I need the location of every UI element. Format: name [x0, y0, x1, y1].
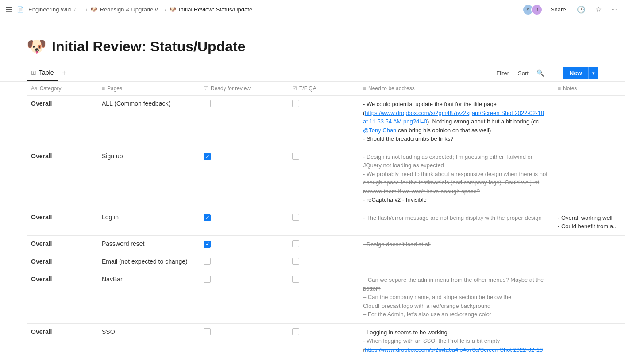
- cell-review[interactable]: [199, 148, 288, 209]
- breadcrumb-wiki[interactable]: Engineering Wiki: [28, 6, 72, 13]
- cell-category: Overall: [27, 148, 97, 209]
- cell-review[interactable]: [199, 235, 288, 253]
- col-header-notes: ≡ Notes: [553, 82, 625, 96]
- page-title-row: 🐶 Initial Review: Status/Update: [27, 37, 598, 56]
- cell-review[interactable]: [199, 96, 288, 148]
- topbar-right: A B Share 🕐 ☆ ···: [522, 4, 620, 15]
- cell-pages: ALL (Common feedback): [97, 96, 199, 148]
- hamburger-icon[interactable]: ☰: [5, 5, 12, 15]
- pages-text: Password reset: [102, 240, 144, 247]
- qa-checkbox[interactable]: [292, 153, 299, 160]
- cell-pages: Sign up: [97, 148, 199, 209]
- col-label-notes: Notes: [563, 85, 577, 92]
- share-button[interactable]: Share: [547, 4, 570, 15]
- table-row: Overall Log in - The flash/error message…: [27, 209, 625, 235]
- review-checkbox[interactable]: [204, 153, 211, 160]
- col-header-category: Aa Category: [27, 82, 97, 96]
- cell-pages: Password reset: [97, 235, 199, 253]
- qa-checkbox[interactable]: [292, 240, 299, 247]
- cell-need: - Design is not loading as expected; I'm…: [359, 148, 553, 209]
- qa-checkbox[interactable]: [292, 100, 299, 107]
- col-header-pages: ≡ Pages: [97, 82, 199, 96]
- cell-qa[interactable]: [288, 209, 359, 235]
- need-text: - Logging in seems to be working- When l…: [363, 328, 549, 353]
- toolbar: ⊞ Table + Filter Sort 🔍 ··· New ▾: [0, 65, 625, 82]
- cell-notes: [553, 271, 625, 324]
- cell-pages: Email (not expected to change): [97, 253, 199, 271]
- col-label-need: Need to be address: [368, 85, 415, 92]
- cell-qa[interactable]: [288, 253, 359, 271]
- cell-review[interactable]: [199, 253, 288, 271]
- qa-checkbox[interactable]: [292, 328, 299, 335]
- cell-review[interactable]: [199, 271, 288, 324]
- toolbar-left: ⊞ Table +: [27, 65, 68, 81]
- cell-qa[interactable]: [288, 323, 359, 352]
- table-row: Overall Email (not expected to change): [27, 253, 625, 271]
- cell-need: - Design doesn't load at all: [359, 235, 553, 253]
- tab-table-label: Table: [39, 69, 54, 76]
- favorite-button[interactable]: ☆: [593, 4, 604, 15]
- qa-checkbox[interactable]: [292, 276, 299, 283]
- cell-category: Overall: [27, 209, 97, 235]
- cell-notes: [553, 96, 625, 148]
- cell-qa[interactable]: [288, 96, 359, 148]
- cell-review[interactable]: [199, 323, 288, 352]
- table-row: Overall Password reset - Design doesn't …: [27, 235, 625, 253]
- main-table: Aa Category ≡ Pages ☑ Ready for review: [27, 82, 625, 352]
- review-checkbox[interactable]: [204, 100, 211, 107]
- review-checkbox[interactable]: [204, 328, 211, 335]
- qa-checkbox[interactable]: [292, 258, 299, 265]
- cell-category: Overall: [27, 235, 97, 253]
- pages-text: Email (not expected to change): [102, 258, 188, 265]
- more-button[interactable]: ···: [609, 4, 620, 15]
- need-text: - The flash/error message are not being …: [363, 214, 549, 222]
- breadcrumb-dots[interactable]: ...: [78, 6, 83, 13]
- pages-text: NavBar: [102, 276, 123, 283]
- new-button-group: New ▾: [563, 67, 598, 79]
- category-text: Overall: [31, 100, 52, 107]
- review-checkbox[interactable]: [204, 258, 211, 265]
- sort-button[interactable]: Sort: [514, 68, 532, 78]
- review-checkbox[interactable]: [204, 214, 211, 221]
- qa-checkbox[interactable]: [292, 214, 299, 221]
- tab-table[interactable]: ⊞ Table: [27, 65, 58, 81]
- cell-qa[interactable]: [288, 235, 359, 253]
- filter-button[interactable]: Filter: [493, 68, 513, 78]
- breadcrumb-sep1: /: [74, 6, 76, 13]
- page-emoji: 🐶: [27, 37, 46, 56]
- pages-text: Log in: [102, 214, 119, 221]
- table-container: Aa Category ≡ Pages ☑ Ready for review: [0, 82, 625, 352]
- more-options-button[interactable]: ···: [548, 67, 559, 79]
- cell-qa[interactable]: [288, 271, 359, 324]
- col-header-qa: ☑ T/F QA: [288, 82, 359, 96]
- cell-qa[interactable]: [288, 148, 359, 209]
- history-button[interactable]: 🕐: [574, 4, 588, 15]
- cell-category: Overall: [27, 271, 97, 324]
- page-header: 🐶 Initial Review: Status/Update: [0, 19, 625, 56]
- new-button[interactable]: New: [563, 67, 588, 79]
- col-label-review: Ready for review: [211, 85, 251, 92]
- col-header-need: ≡ Need to be address: [359, 82, 553, 96]
- col-icon-qa: ☑: [292, 85, 297, 92]
- new-button-arrow[interactable]: ▾: [588, 67, 598, 79]
- cell-notes: [553, 148, 625, 209]
- category-text: Overall: [31, 153, 52, 160]
- col-icon-notes: ≡: [558, 85, 561, 92]
- add-view-button[interactable]: +: [60, 67, 68, 80]
- table-icon: ⊞: [31, 69, 36, 76]
- cell-notes: - Overall working well- Could benefit fr…: [553, 209, 625, 235]
- col-label-category: Category: [40, 85, 62, 92]
- cell-notes: [553, 323, 625, 352]
- search-button[interactable]: 🔍: [534, 68, 547, 78]
- cell-category: Overall: [27, 96, 97, 148]
- cell-notes: [553, 235, 625, 253]
- cell-review[interactable]: [199, 209, 288, 235]
- breadcrumb-redesign[interactable]: Redesign & Upgrade v...: [100, 6, 162, 13]
- cell-category: Overall: [27, 253, 97, 271]
- avatar-group: A B: [522, 4, 543, 15]
- category-text: Overall: [31, 258, 52, 265]
- review-checkbox[interactable]: [204, 276, 211, 283]
- pages-text: SSO: [102, 328, 115, 335]
- review-checkbox[interactable]: [204, 241, 211, 248]
- col-label-qa: T/F QA: [299, 85, 316, 92]
